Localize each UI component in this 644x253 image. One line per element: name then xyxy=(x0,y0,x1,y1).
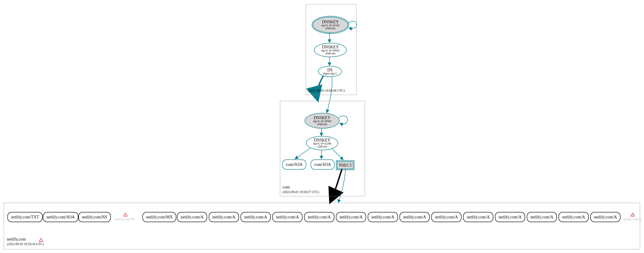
zone-root-timestamp: (2022-09-03 19:05:06 UTC) xyxy=(308,89,345,93)
netlify-record-a-14: netlify.com/A xyxy=(590,212,620,222)
zone-com-timestamp: (2022-09-03 19:58:37 UTC) xyxy=(282,190,319,194)
netlify-ns-warning-label: netlify.com/NS xyxy=(115,218,135,221)
zone-com-label: com xyxy=(282,185,290,190)
netlify-record-a-5: netlify.com/A xyxy=(304,212,334,222)
netlify-a-warning-label: netlify.com/A xyxy=(624,218,641,221)
netlify-record-mx: netlify.com/MX xyxy=(142,212,176,222)
root-dnskey-20326-line1: alg=8, id=20326 xyxy=(321,24,340,27)
netlify-record-a-7: netlify.com/A xyxy=(368,212,398,222)
zone-netlify-timestamp: (2022-09-03 19:59:34 UTC) xyxy=(7,242,44,246)
netlify-record-txt: netlify.com/TXT xyxy=(7,212,43,222)
root-dnskey-20326-title: DNSKEY xyxy=(322,20,339,24)
netlify-record-a-1: netlify.com/A xyxy=(177,212,207,222)
com-dnskey-30909: DNSKEY alg=8, id=30909 2048 bits xyxy=(304,113,340,128)
root-ds-title: DS xyxy=(327,68,332,72)
root-dnskey-20826-title: DNSKEY xyxy=(322,45,339,49)
root-dnskey-20826: DNSKEY alg=8, id=20826 2048 bits xyxy=(314,43,347,57)
com-soa-2: com/SOA xyxy=(310,160,334,170)
netlify-record-ns: netlify.com/NS xyxy=(78,212,111,222)
com-dnskey-30909-line2: 2048 bits xyxy=(317,123,327,126)
zone-netlify-box xyxy=(4,203,640,249)
com-dnskey-32298-title: DNSKEY xyxy=(314,138,330,142)
com-dnskey-32298: DNSKEY alg=8, id=32298 1280 bits xyxy=(306,136,338,150)
dnssec-diagram: . (2022-09-03 19:05:06 UTC) DNSKEY alg=8… xyxy=(0,0,644,253)
zone-root-label: . xyxy=(308,84,309,88)
root-ds: DS digest alg=2 xyxy=(318,66,342,77)
netlify-record-a-13: netlify.com/A xyxy=(558,212,589,222)
root-ds-line1: digest alg=2 xyxy=(323,72,337,75)
com-nsec3: NSEC3 xyxy=(337,161,354,169)
netlify-record-a-12: netlify.com/A xyxy=(527,212,557,222)
root-dnskey-20326: DNSKEY alg=8, id=20326 2048 bits xyxy=(313,17,348,33)
netlify-record-a-6: netlify.com/A xyxy=(336,212,366,222)
zone-netlify-warning-icon: ! xyxy=(39,238,43,242)
com-dnskey-30909-title: DNSKEY xyxy=(314,116,330,120)
netlify-record-a-8: netlify.com/A xyxy=(400,212,430,222)
netlify-record-a-9: netlify.com/A xyxy=(431,212,462,222)
netlify-record-a-4: netlify.com/A xyxy=(272,212,302,222)
netlify-record-a-2: netlify.com/A xyxy=(209,212,239,222)
netlify-record-a-10: netlify.com/A xyxy=(463,212,493,222)
root-dnskey-20826-line2: 2048 bits xyxy=(325,52,336,55)
netlify-record-soa: netlify.com/SOA xyxy=(43,212,78,222)
zone-netlify-label: netlify.com xyxy=(7,237,26,242)
netlify-record-a-3: netlify.com/A xyxy=(240,212,271,222)
com-dnskey-32298-line2: 1280 bits xyxy=(317,145,327,148)
root-dnskey-20326-line2: 2048 bits xyxy=(325,27,336,30)
netlify-a-warning-icon: ! xyxy=(630,212,635,216)
netlify-record-a-11: netlify.com/A xyxy=(495,212,525,222)
com-soa-1: com/SOA xyxy=(282,160,306,170)
netlify-ns-warning-icon: ! xyxy=(123,212,128,216)
